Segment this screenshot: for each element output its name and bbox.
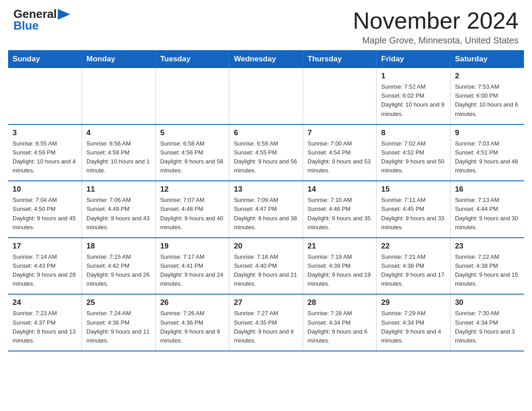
week-row-3: 10Sunrise: 7:04 AMSunset: 4:50 PMDayligh…	[8, 181, 524, 238]
header-row: SundayMondayTuesdayWednesdayThursdayFrid…	[8, 50, 524, 68]
day-info: Sunrise: 7:03 AMSunset: 4:51 PMDaylight:…	[455, 139, 519, 176]
day-info: Sunrise: 6:55 AMSunset: 4:59 PMDaylight:…	[13, 139, 77, 176]
day-cell: 20Sunrise: 7:18 AMSunset: 4:40 PMDayligh…	[229, 238, 303, 295]
day-number: 9	[455, 128, 519, 137]
day-info: Sunrise: 7:27 AMSunset: 4:35 PMDaylight:…	[234, 309, 298, 345]
month-title: November 2024	[353, 8, 519, 34]
week-row-1: 1Sunrise: 7:52 AMSunset: 6:02 PMDaylight…	[8, 68, 524, 124]
day-info: Sunrise: 7:04 AMSunset: 4:50 PMDaylight:…	[13, 196, 77, 232]
header-day-monday: Monday	[82, 50, 156, 68]
day-info: Sunrise: 7:11 AMSunset: 4:45 PMDaylight:…	[381, 196, 446, 232]
day-info: Sunrise: 7:02 AMSunset: 4:52 PMDaylight:…	[381, 139, 446, 176]
logo-general-text: General	[13, 8, 57, 20]
day-info: Sunrise: 7:53 AMSunset: 6:00 PMDaylight:…	[455, 82, 519, 119]
day-cell: 24Sunrise: 7:23 AMSunset: 4:37 PMDayligh…	[8, 294, 82, 351]
day-number: 1	[381, 72, 446, 81]
day-cell: 27Sunrise: 7:27 AMSunset: 4:35 PMDayligh…	[229, 294, 303, 351]
day-cell: 1Sunrise: 7:52 AMSunset: 6:02 PMDaylight…	[377, 68, 450, 124]
day-cell: 23Sunrise: 7:22 AMSunset: 4:38 PMDayligh…	[450, 238, 524, 295]
day-number: 25	[86, 298, 151, 307]
day-cell: 28Sunrise: 7:28 AMSunset: 4:34 PMDayligh…	[303, 294, 377, 351]
day-cell: 17Sunrise: 7:14 AMSunset: 4:43 PMDayligh…	[8, 238, 82, 295]
calendar-wrapper: SundayMondayTuesdayWednesdayThursdayFrid…	[0, 50, 532, 360]
day-info: Sunrise: 6:59 AMSunset: 4:55 PMDaylight:…	[234, 139, 298, 176]
day-info: Sunrise: 7:52 AMSunset: 6:02 PMDaylight:…	[381, 82, 446, 119]
calendar-table: SundayMondayTuesdayWednesdayThursdayFrid…	[8, 50, 524, 351]
day-number: 6	[234, 128, 298, 137]
day-info: Sunrise: 7:15 AMSunset: 4:42 PMDaylight:…	[86, 253, 151, 289]
day-cell: 14Sunrise: 7:10 AMSunset: 4:46 PMDayligh…	[303, 181, 377, 238]
day-cell: 21Sunrise: 7:19 AMSunset: 4:39 PMDayligh…	[303, 238, 377, 295]
day-number: 14	[308, 185, 372, 194]
day-number: 30	[455, 298, 519, 307]
day-number: 27	[234, 298, 298, 307]
day-number: 22	[381, 242, 446, 251]
day-number: 5	[160, 128, 225, 137]
day-number: 26	[160, 298, 225, 307]
day-cell: 25Sunrise: 7:24 AMSunset: 4:36 PMDayligh…	[82, 294, 156, 351]
day-info: Sunrise: 7:14 AMSunset: 4:43 PMDaylight:…	[13, 253, 77, 289]
day-number: 7	[308, 128, 372, 137]
week-row-2: 3Sunrise: 6:55 AMSunset: 4:59 PMDaylight…	[8, 124, 524, 181]
svg-marker-0	[58, 9, 70, 20]
day-cell: 19Sunrise: 7:17 AMSunset: 4:41 PMDayligh…	[155, 238, 229, 295]
day-number: 29	[381, 298, 446, 307]
day-info: Sunrise: 7:07 AMSunset: 4:48 PMDaylight:…	[160, 196, 225, 232]
header-day-tuesday: Tuesday	[155, 50, 229, 68]
logo-blue-text: Blue	[13, 20, 39, 31]
day-info: Sunrise: 7:22 AMSunset: 4:38 PMDaylight:…	[455, 253, 519, 289]
day-cell: 11Sunrise: 7:06 AMSunset: 4:49 PMDayligh…	[82, 181, 156, 238]
day-number: 20	[234, 242, 298, 251]
day-cell	[303, 68, 377, 124]
calendar-header: SundayMondayTuesdayWednesdayThursdayFrid…	[8, 50, 524, 68]
day-cell: 29Sunrise: 7:29 AMSunset: 4:34 PMDayligh…	[377, 294, 450, 351]
day-cell: 30Sunrise: 7:30 AMSunset: 4:34 PMDayligh…	[450, 294, 524, 351]
day-cell	[155, 68, 229, 124]
day-info: Sunrise: 7:30 AMSunset: 4:34 PMDaylight:…	[455, 309, 519, 345]
day-info: Sunrise: 7:06 AMSunset: 4:49 PMDaylight:…	[86, 196, 151, 232]
day-info: Sunrise: 7:24 AMSunset: 4:36 PMDaylight:…	[86, 309, 151, 345]
day-cell: 22Sunrise: 7:21 AMSunset: 4:38 PMDayligh…	[377, 238, 450, 295]
header-day-saturday: Saturday	[450, 50, 524, 68]
day-cell: 10Sunrise: 7:04 AMSunset: 4:50 PMDayligh…	[8, 181, 82, 238]
day-number: 15	[381, 185, 446, 194]
day-cell: 9Sunrise: 7:03 AMSunset: 4:51 PMDaylight…	[450, 124, 524, 181]
day-info: Sunrise: 7:28 AMSunset: 4:34 PMDaylight:…	[308, 309, 372, 345]
title-block: November 2024 Maple Grove, Minnesota, Un…	[353, 8, 519, 46]
header-day-thursday: Thursday	[303, 50, 377, 68]
day-number: 8	[381, 128, 446, 137]
day-cell: 15Sunrise: 7:11 AMSunset: 4:45 PMDayligh…	[377, 181, 450, 238]
day-cell	[8, 68, 82, 124]
day-cell: 12Sunrise: 7:07 AMSunset: 4:48 PMDayligh…	[155, 181, 229, 238]
day-cell: 13Sunrise: 7:09 AMSunset: 4:47 PMDayligh…	[229, 181, 303, 238]
day-info: Sunrise: 7:00 AMSunset: 4:54 PMDaylight:…	[308, 139, 372, 176]
day-info: Sunrise: 7:10 AMSunset: 4:46 PMDaylight:…	[308, 196, 372, 232]
day-info: Sunrise: 7:26 AMSunset: 4:36 PMDaylight:…	[160, 309, 225, 345]
day-number: 11	[86, 185, 151, 194]
day-info: Sunrise: 7:29 AMSunset: 4:34 PMDaylight:…	[381, 309, 446, 345]
header-day-wednesday: Wednesday	[229, 50, 303, 68]
logo: General Blue	[13, 8, 70, 31]
day-number: 12	[160, 185, 225, 194]
day-cell: 3Sunrise: 6:55 AMSunset: 4:59 PMDaylight…	[8, 124, 82, 181]
day-info: Sunrise: 7:13 AMSunset: 4:44 PMDaylight:…	[455, 196, 519, 232]
day-number: 2	[455, 72, 519, 81]
day-cell	[82, 68, 156, 124]
header-day-friday: Friday	[377, 50, 450, 68]
day-info: Sunrise: 7:17 AMSunset: 4:41 PMDaylight:…	[160, 253, 225, 289]
day-number: 21	[308, 242, 372, 251]
day-info: Sunrise: 7:19 AMSunset: 4:39 PMDaylight:…	[308, 253, 372, 289]
day-cell: 6Sunrise: 6:59 AMSunset: 4:55 PMDaylight…	[229, 124, 303, 181]
day-cell: 16Sunrise: 7:13 AMSunset: 4:44 PMDayligh…	[450, 181, 524, 238]
week-row-5: 24Sunrise: 7:23 AMSunset: 4:37 PMDayligh…	[8, 294, 524, 351]
day-number: 18	[86, 242, 151, 251]
day-cell: 5Sunrise: 6:58 AMSunset: 4:56 PMDaylight…	[155, 124, 229, 181]
day-cell: 7Sunrise: 7:00 AMSunset: 4:54 PMDaylight…	[303, 124, 377, 181]
page-header: General Blue November 2024 Maple Grove, …	[0, 0, 532, 50]
day-number: 16	[455, 185, 519, 194]
day-number: 19	[160, 242, 225, 251]
logo-triangle-icon	[58, 9, 70, 20]
day-number: 24	[13, 298, 77, 307]
day-info: Sunrise: 7:23 AMSunset: 4:37 PMDaylight:…	[13, 309, 77, 345]
location-subtitle: Maple Grove, Minnesota, United States	[353, 35, 519, 46]
